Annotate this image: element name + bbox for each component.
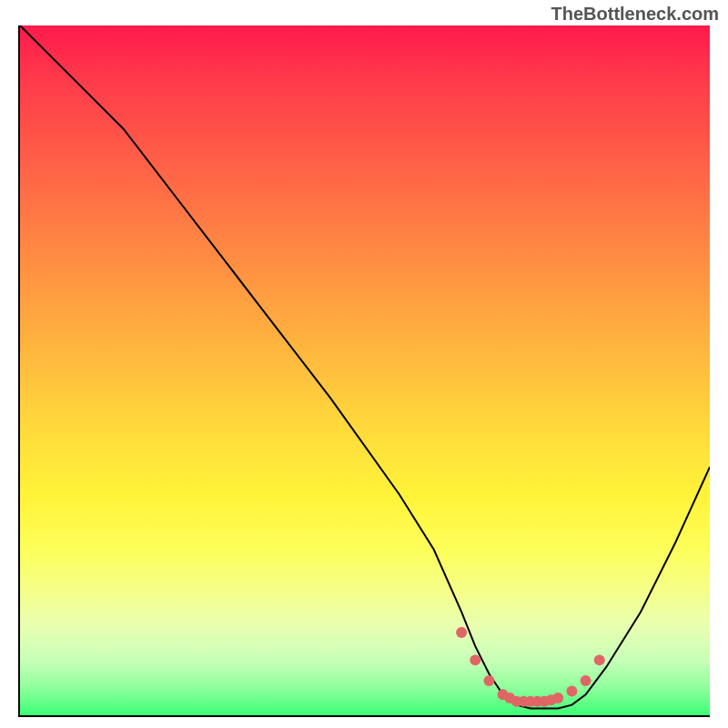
chart-svg — [20, 25, 710, 715]
marker-dot — [594, 654, 605, 665]
marker-dot — [566, 685, 577, 696]
marker-dot — [470, 654, 480, 665]
marker-dot — [456, 627, 467, 638]
optimal-range-markers — [456, 627, 605, 707]
plot-area — [18, 25, 710, 717]
marker-dot — [581, 675, 592, 686]
chart-container: TheBottleneck.com — [0, 0, 728, 728]
marker-dot — [483, 675, 494, 686]
bottleneck-curve — [20, 25, 710, 708]
marker-dot — [552, 693, 563, 703]
watermark-text: TheBottleneck.com — [551, 4, 719, 25]
